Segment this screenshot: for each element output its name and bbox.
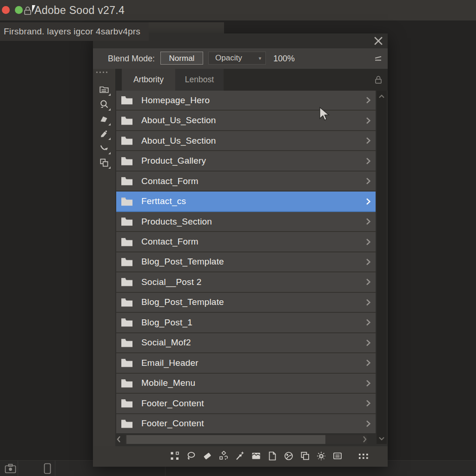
minimize-dot[interactable] xyxy=(15,6,23,14)
lock-icon[interactable] xyxy=(375,75,382,84)
image-icon[interactable] xyxy=(251,451,261,461)
camera-icon[interactable] xyxy=(5,463,17,474)
layer-name: Homepage_Hero xyxy=(141,95,210,106)
phone-icon[interactable] xyxy=(44,463,52,474)
opacity-select[interactable]: Opacity ▾ xyxy=(208,52,266,65)
layer-row[interactable]: Footer_Content xyxy=(116,414,376,433)
blend-mode-label: Blend Mode: xyxy=(108,48,155,69)
expand-chevron-icon[interactable] xyxy=(366,117,371,125)
layer-row[interactable]: Contact_Form xyxy=(116,232,376,252)
expand-chevron-icon[interactable] xyxy=(366,318,371,326)
folder-icon xyxy=(121,358,133,367)
tab-artbority[interactable]: Artbority xyxy=(122,69,175,91)
bottom-toolbar xyxy=(93,446,388,467)
layer-name: Footer_Content xyxy=(141,398,204,409)
layer-row[interactable]: Blog_Post_Template xyxy=(116,293,376,313)
document-tab-secondary[interactable] xyxy=(149,22,224,34)
layer-row[interactable]: Homepage_Hero xyxy=(116,91,376,111)
expand-chevron-icon[interactable] xyxy=(366,157,371,165)
expand-chevron-icon[interactable] xyxy=(366,238,371,246)
layer-name: Footer_Content xyxy=(141,418,204,429)
lock-icon xyxy=(24,6,32,15)
layer-row-selected[interactable]: Ferttact_cs xyxy=(116,192,376,212)
layer-row[interactable]: Social_Mof2 xyxy=(116,333,376,353)
zoom-icon[interactable] xyxy=(98,98,111,111)
overlap-squares-icon[interactable] xyxy=(300,451,310,461)
layer-row[interactable]: Blog_Post_Template xyxy=(116,252,376,272)
expand-chevron-icon[interactable] xyxy=(366,298,371,306)
horizontal-scrollbar[interactable] xyxy=(116,435,371,445)
duplicate-icon[interactable] xyxy=(98,156,111,169)
arrow-star-icon[interactable] xyxy=(235,451,245,461)
folder-icon xyxy=(121,298,133,307)
burst-icon[interactable] xyxy=(316,451,326,461)
document-tab[interactable]: Firsbrand. layers igcor 4sarbv4prs xyxy=(0,22,149,41)
expand-chevron-icon[interactable] xyxy=(366,198,371,205)
expand-chevron-icon[interactable] xyxy=(366,137,371,145)
expand-chevron-icon[interactable] xyxy=(366,258,371,266)
globe-icon[interactable] xyxy=(284,451,294,461)
layer-name: Social__Post 2 xyxy=(141,277,202,287)
layers-panel-dialog: Blend Mode: Normal Opacity ▾ 100% Artbor… xyxy=(93,33,388,467)
lasso-icon[interactable] xyxy=(186,451,196,461)
expand-chevron-icon[interactable] xyxy=(366,420,371,428)
layer-row[interactable]: About_Us_Section xyxy=(116,131,376,151)
layer-row[interactable]: About_Us_Section xyxy=(116,111,376,131)
layer-row[interactable]: Mobile_Menu xyxy=(116,374,376,394)
expand-chevron-icon[interactable] xyxy=(366,96,371,104)
eraser-pen-icon[interactable] xyxy=(98,127,111,140)
layer-name: Social_Mof2 xyxy=(141,337,191,348)
shapes-cluster-icon[interactable] xyxy=(218,451,229,461)
note-icon[interactable] xyxy=(332,451,343,461)
layer-row[interactable]: Blog_Post_1 xyxy=(116,313,376,333)
layer-name: Mobile_Menu xyxy=(141,378,195,388)
right-chevron-icon[interactable] xyxy=(363,436,367,443)
expand-chevron-icon[interactable] xyxy=(366,218,371,225)
vertical-scrollbar[interactable] xyxy=(377,91,387,444)
layer-name: About_Us_Section xyxy=(141,115,216,126)
layers-folder-icon[interactable] xyxy=(98,83,111,96)
expand-chevron-icon[interactable] xyxy=(366,278,371,286)
panel-menu-icon[interactable] xyxy=(374,56,383,62)
opacity-label: Opacity xyxy=(215,52,242,64)
folder-icon xyxy=(121,318,133,327)
layer-row[interactable]: Product_Gallery xyxy=(116,151,376,171)
mouse-cursor xyxy=(319,107,330,122)
expand-chevron-icon[interactable] xyxy=(366,399,371,407)
shape-icon[interactable] xyxy=(98,113,111,126)
left-chevron-icon[interactable] xyxy=(116,436,121,443)
expand-chevron-icon[interactable] xyxy=(366,177,371,185)
layer-name: Ferttact_cs xyxy=(141,196,186,206)
layer-row[interactable]: Contact_Form xyxy=(116,172,376,192)
expand-chevron-icon[interactable] xyxy=(366,359,371,367)
folder-icon xyxy=(121,379,133,388)
window-title: Adobe Sood v27.4 xyxy=(34,0,125,20)
down-chevron-icon[interactable] xyxy=(378,436,385,441)
layer-row[interactable]: Products_Section xyxy=(116,212,376,232)
corner-squares-icon[interactable] xyxy=(170,451,180,461)
folder-icon xyxy=(121,96,133,105)
eraser-icon[interactable] xyxy=(202,451,212,461)
layer-row[interactable]: Email_Header xyxy=(116,353,376,373)
blend-mode-select[interactable]: Normal xyxy=(160,52,203,65)
close-icon[interactable] xyxy=(374,36,383,46)
up-chevron-icon[interactable] xyxy=(378,94,385,99)
tab-lenbost[interactable]: Lenbost xyxy=(175,69,224,91)
expand-chevron-icon[interactable] xyxy=(366,379,371,387)
document-tab-label: Firsbrand. layers igcor 4sarbv4prs xyxy=(0,22,149,41)
layer-row[interactable]: Footer_Content xyxy=(116,394,376,414)
expand-chevron-icon[interactable] xyxy=(366,339,371,347)
hook-arrow-icon[interactable] xyxy=(98,142,111,155)
blend-mode-row: Blend Mode: Normal Opacity ▾ 100% xyxy=(93,48,388,69)
layer-row[interactable]: Social__Post 2 xyxy=(116,272,376,292)
layer-name: Products_Section xyxy=(141,217,212,227)
divider xyxy=(18,461,18,476)
folder-icon xyxy=(121,177,133,185)
page-icon[interactable] xyxy=(267,451,278,461)
dots-grid-icon[interactable] xyxy=(358,451,368,461)
layer-name: Email_Header xyxy=(141,358,198,368)
panel-tab-row: Artbority Lenbost xyxy=(93,69,388,91)
chevron-down-icon: ▾ xyxy=(258,52,261,64)
close-dot[interactable] xyxy=(2,6,10,14)
scrollbar-thumb[interactable] xyxy=(126,435,325,444)
